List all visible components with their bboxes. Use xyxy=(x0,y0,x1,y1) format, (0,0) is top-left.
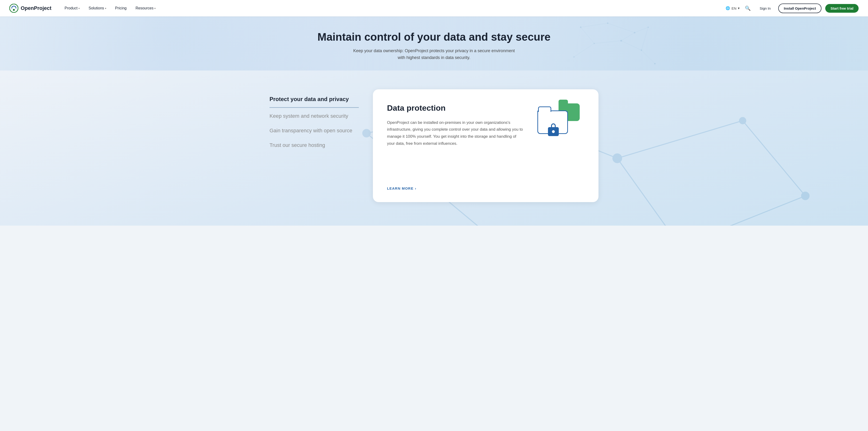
sidebar-nav: Protect your data and privacy Keep syste… xyxy=(270,89,359,202)
svg-line-45 xyxy=(617,158,680,225)
svg-point-23 xyxy=(613,154,621,162)
card-text: Data protection OpenProject can be insta… xyxy=(387,103,523,147)
svg-point-2 xyxy=(580,27,581,28)
navbar: OpenProject Product ▾ Solutions ▾ Pricin… xyxy=(0,0,868,17)
svg-line-35 xyxy=(617,121,743,158)
learn-more-link[interactable]: LEARN MORE › xyxy=(387,186,584,190)
folder-front-icon xyxy=(537,111,568,134)
card-title: Data protection xyxy=(387,103,523,113)
chevron-down-icon: ▾ xyxy=(154,7,156,10)
nav-links: Product ▾ Solutions ▾ Pricing Resources … xyxy=(61,4,725,12)
globe-icon: 🌐 xyxy=(725,6,730,10)
svg-line-18 xyxy=(641,50,655,63)
logo-link[interactable]: OpenProject xyxy=(9,4,52,13)
hero-section: Maintain control of your data and stay s… xyxy=(0,17,868,70)
nav-pricing[interactable]: Pricing xyxy=(112,4,130,12)
chevron-down-icon: ▾ xyxy=(738,6,740,10)
chevron-down-icon: ▾ xyxy=(79,7,80,10)
content-inner: Protect your data and privacy Keep syste… xyxy=(270,89,598,202)
svg-point-3 xyxy=(607,23,608,24)
svg-point-0 xyxy=(10,4,18,12)
svg-line-36 xyxy=(743,121,805,196)
nav-right: 🌐 EN ▾ 🔍 Sign In Install OpenProject Sta… xyxy=(725,3,859,13)
card-content: Data protection OpenProject can be insta… xyxy=(387,103,584,172)
card-description: OpenProject can be installed on-premises… xyxy=(387,119,523,147)
hero-subtitle: Keep your data ownership: OpenProject pr… xyxy=(352,48,516,61)
svg-point-25 xyxy=(802,192,809,199)
card-icon-area xyxy=(533,103,584,141)
svg-line-11 xyxy=(581,23,608,27)
nav-resources[interactable]: Resources ▾ xyxy=(132,4,159,12)
language-selector[interactable]: 🌐 EN ▾ xyxy=(725,6,740,10)
search-button[interactable]: 🔍 xyxy=(743,4,752,12)
nav-solutions[interactable]: Solutions ▾ xyxy=(85,4,110,12)
network-background xyxy=(347,17,868,70)
chevron-down-icon: ▾ xyxy=(105,7,106,10)
sidebar-item-secure-hosting[interactable]: Trust our secure hosting xyxy=(270,138,359,153)
feature-card: Data protection OpenProject can be insta… xyxy=(373,89,598,202)
sidebar-item-data-privacy[interactable]: Protect your data and privacy xyxy=(270,92,359,108)
hero-title: Maintain control of your data and stay s… xyxy=(5,31,863,43)
signin-link[interactable]: Sign In xyxy=(756,4,774,12)
svg-point-1 xyxy=(13,9,15,11)
arrow-right-icon: › xyxy=(415,186,416,190)
svg-line-17 xyxy=(574,43,594,57)
content-section: Protect your data and privacy Keep syste… xyxy=(0,70,868,225)
nav-product[interactable]: Product ▾ xyxy=(61,4,84,12)
data-protection-icon xyxy=(537,103,580,141)
openproject-logo-icon xyxy=(9,4,18,13)
svg-point-9 xyxy=(574,56,575,58)
svg-point-5 xyxy=(648,27,649,28)
lock-body-icon xyxy=(548,127,559,136)
svg-line-37 xyxy=(680,196,806,225)
svg-point-8 xyxy=(641,50,642,51)
lock-keyhole-icon xyxy=(552,130,555,133)
sidebar-item-network-security[interactable]: Keep system and network security xyxy=(270,109,359,123)
logo-text: OpenProject xyxy=(21,5,52,11)
start-trial-button[interactable]: Start free trial xyxy=(825,4,859,13)
svg-point-10 xyxy=(654,63,656,64)
install-button[interactable]: Install OpenProject xyxy=(778,3,822,13)
sidebar-item-open-source[interactable]: Gain transparency with open source xyxy=(270,123,359,138)
svg-point-24 xyxy=(740,118,746,124)
